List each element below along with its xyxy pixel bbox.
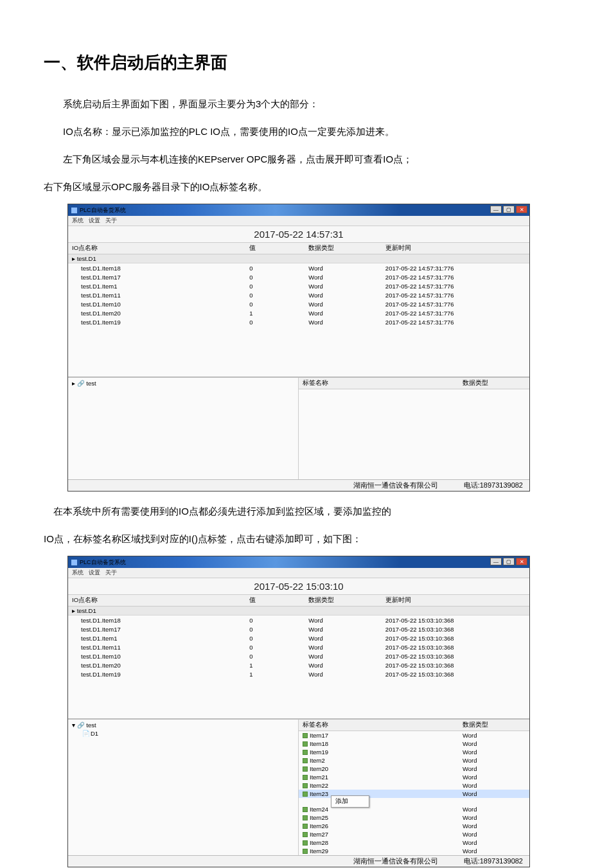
col-data-type[interactable]: 数据类型: [304, 596, 382, 605]
col-value[interactable]: 值: [245, 244, 304, 253]
cell-update-time: 2017-05-22 15:03:10:368: [382, 670, 529, 678]
app-icon: [71, 208, 77, 213]
datetime-display: 2017-05-22 15:03:10: [68, 578, 529, 595]
cell-io-name: test.D1.Item17: [68, 625, 245, 633]
menu-system[interactable]: 系统: [72, 217, 84, 225]
tag-row[interactable]: Item20Word: [299, 765, 529, 773]
menu-about[interactable]: 关于: [105, 217, 117, 225]
menu-settings[interactable]: 设置: [89, 569, 100, 577]
cell-tag-name: Item29: [299, 847, 459, 855]
tree-root-test[interactable]: ▸ 🔗 test: [72, 380, 294, 387]
footer-phone: 电话:18973139082: [464, 481, 523, 490]
para-5: 在本系统中所有需要使用到的IO点都必须先进行添加到监控区域，要添加监控的: [44, 500, 591, 522]
table-row[interactable]: test.D1.Item10Word2017-05-22 15:03:10:36…: [68, 633, 529, 642]
tag-row[interactable]: Item28Word: [299, 838, 529, 847]
tag-icon: [303, 807, 308, 812]
col-update-time[interactable]: 更新时间: [382, 244, 529, 253]
minimize-button[interactable]: —: [490, 206, 502, 213]
table-row[interactable]: test.D1.Item201Word2017-05-22 14:57:31:7…: [68, 308, 529, 317]
cell-io-name: test.D1.Item17: [68, 273, 245, 281]
col-tag-type[interactable]: 数据类型: [459, 378, 529, 389]
window-titlebar[interactable]: PLC自动备货系统 — ▢ ✕: [68, 556, 529, 568]
tag-icon: [303, 783, 308, 788]
table-row[interactable]: test.D1.Item180Word2017-05-22 15:03:10:3…: [68, 616, 529, 624]
col-update-time[interactable]: 更新时间: [382, 596, 529, 605]
cell-io-name: test.D1.Item1: [68, 634, 245, 642]
tag-icon: [303, 832, 308, 837]
cell-value: 0: [245, 264, 304, 272]
cell-value: 0: [245, 300, 304, 308]
cell-update-time: 2017-05-22 14:57:31:776: [382, 309, 529, 317]
tag-icon: [303, 750, 308, 755]
grid-spacer: [68, 678, 529, 718]
footer-company: 湖南恒一通信设备有限公司: [353, 481, 438, 490]
tag-row[interactable]: Item29Word: [299, 847, 529, 855]
window-title: PLC自动备货系统: [80, 206, 126, 215]
col-value[interactable]: 值: [245, 596, 304, 605]
col-tag-name[interactable]: 标签名称: [299, 378, 459, 389]
table-row[interactable]: test.D1.Item110Word2017-05-22 14:57:31:7…: [68, 290, 529, 299]
tag-icon: [303, 766, 308, 772]
context-menu[interactable]: 添加: [331, 795, 369, 808]
table-row[interactable]: test.D1.Item100Word2017-05-22 15:03:10:3…: [68, 651, 529, 660]
menu-about[interactable]: 关于: [105, 569, 117, 577]
table-row[interactable]: test.D1.Item190Word2017-05-22 14:57:31:7…: [68, 317, 529, 326]
tag-row[interactable]: Item22Word: [299, 781, 529, 790]
table-row[interactable]: test.D1.Item191Word2017-05-22 15:03:10:3…: [68, 669, 529, 678]
cell-tag-name: Item22: [299, 781, 459, 790]
cell-tag-type: Word: [459, 822, 529, 830]
cell-value: 0: [245, 616, 304, 624]
close-button[interactable]: ✕: [516, 558, 527, 565]
cell-data-type: Word: [304, 625, 382, 633]
tree-node-label: D1: [91, 730, 98, 737]
close-button[interactable]: ✕: [516, 206, 527, 213]
col-io-name[interactable]: IO点名称: [68, 596, 245, 605]
col-io-name[interactable]: IO点名称: [68, 244, 245, 253]
footer-phone: 电话:18973139082: [464, 856, 523, 866]
table-row[interactable]: test.D1.Item170Word2017-05-22 14:57:31:7…: [68, 272, 529, 281]
cell-io-name: test.D1.Item11: [68, 643, 245, 651]
table-row[interactable]: test.D1.Item170Word2017-05-22 15:03:10:3…: [68, 624, 529, 633]
table-row[interactable]: test.D1.Item180Word2017-05-22 14:57:31:7…: [68, 263, 529, 272]
io-group-row[interactable]: ▸ test.D1: [68, 607, 529, 616]
col-tag-type[interactable]: 数据类型: [459, 720, 529, 731]
tag-row[interactable]: Item17Word: [299, 731, 529, 740]
tag-row[interactable]: Item2Word: [299, 756, 529, 765]
tree-node-d1[interactable]: 📄 D1: [82, 730, 294, 737]
cell-io-name: test.D1.Item18: [68, 616, 245, 624]
tag-row[interactable]: Item19Word: [299, 748, 529, 756]
cell-tag-name: Item24: [299, 805, 459, 813]
menu-system[interactable]: 系统: [72, 569, 84, 577]
menu-bar: 系统 设置 关于: [68, 216, 529, 226]
tag-row[interactable]: Item21Word: [299, 773, 529, 781]
tree-root-test[interactable]: ▾ 🔗 test: [72, 722, 294, 729]
cell-tag-name: Item18: [299, 740, 459, 748]
footer-company: 湖南恒一通信设备有限公司: [353, 856, 438, 866]
cell-value: 0: [245, 291, 304, 299]
opc-server-tree: ▾ 🔗 test 📄 D1: [68, 720, 299, 855]
tag-row[interactable]: Item25Word: [299, 813, 529, 822]
cell-tag-type: Word: [459, 838, 529, 847]
table-row[interactable]: test.D1.Item10Word2017-05-22 14:57:31:77…: [68, 281, 529, 290]
table-row[interactable]: test.D1.Item110Word2017-05-22 15:03:10:3…: [68, 642, 529, 651]
maximize-button[interactable]: ▢: [503, 206, 515, 213]
folder-icon: 📄: [82, 730, 88, 737]
maximize-button[interactable]: ▢: [503, 558, 515, 565]
col-tag-name[interactable]: 标签名称: [299, 720, 459, 731]
window-titlebar[interactable]: PLC自动备货系统 — ▢ ✕: [68, 204, 529, 216]
cell-tag-name: Item26: [299, 822, 459, 830]
tag-row[interactable]: Item26Word: [299, 822, 529, 830]
minimize-button[interactable]: —: [490, 558, 502, 565]
tag-row[interactable]: Item27Word: [299, 830, 529, 838]
cell-data-type: Word: [304, 273, 382, 281]
tag-icon: [303, 849, 308, 854]
cell-value: 0: [245, 625, 304, 633]
tag-row[interactable]: Item18Word: [299, 740, 529, 748]
table-row[interactable]: test.D1.Item100Word2017-05-22 14:57:31:7…: [68, 299, 529, 308]
cell-io-name: test.D1.Item19: [68, 318, 245, 326]
cell-tag-type: Word: [459, 756, 529, 765]
table-row[interactable]: test.D1.Item201Word2017-05-22 15:03:10:3…: [68, 660, 529, 669]
io-group-row[interactable]: ▸ test.D1: [68, 254, 529, 263]
col-data-type[interactable]: 数据类型: [304, 244, 382, 253]
menu-settings[interactable]: 设置: [89, 217, 100, 225]
